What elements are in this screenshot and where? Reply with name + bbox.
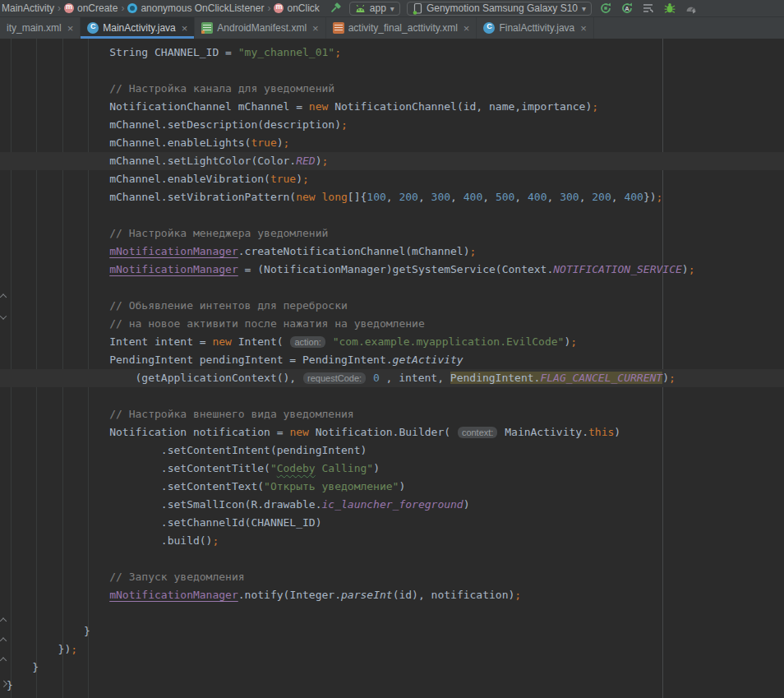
code-token: 200 — [592, 191, 611, 203]
code-token: // Обьявление интентов для переброски — [109, 299, 348, 312]
code-token: , — [579, 191, 593, 203]
tab-label: activity_final_acttivity.xml — [348, 22, 458, 34]
close-icon[interactable] — [180, 23, 188, 34]
close-icon[interactable] — [66, 23, 74, 34]
code-line: }); — [7, 640, 784, 659]
tab-label: MainActivity.java — [103, 22, 175, 34]
layout-xml-icon — [333, 22, 344, 34]
code-token: 0 — [373, 372, 380, 384]
breadcrumb-label: onClick — [287, 2, 319, 14]
breadcrumb-item[interactable]: MainActivity — [2, 2, 54, 14]
code-token: ; — [322, 155, 329, 167]
editor-tab[interactable]: FinalActtivity.java — [477, 17, 593, 39]
editor-tab[interactable]: AndroidManifest.xml — [195, 17, 325, 39]
editor-tab[interactable]: activity_final_acttivity.xml — [326, 17, 477, 39]
module-selector-label: app — [370, 2, 386, 14]
chevron-down-icon — [582, 2, 586, 14]
code-token: new — [212, 335, 231, 348]
close-icon[interactable] — [311, 23, 319, 34]
code-token: ; — [689, 263, 695, 275]
code-token: ; — [302, 173, 309, 185]
code-token: ic_launcher_foreground — [322, 498, 463, 511]
apply-changes-icon[interactable] — [598, 1, 613, 16]
code-token: 400 — [528, 191, 546, 203]
code-line: Notification notification = new Notifica… — [7, 423, 784, 441]
code-token: "my_channel_01" — [238, 46, 334, 58]
code-token: Notification.Builder( — [309, 426, 457, 438]
code-token: NotificationChannel mChannel = — [109, 100, 309, 113]
code-token: ; — [71, 643, 77, 655]
code-line: .build(); — [7, 532, 784, 550]
breadcrumb-item[interactable]: anonymous OnClickListener — [127, 2, 264, 14]
code-token: } — [84, 625, 90, 637]
method-icon — [64, 3, 74, 13]
code-line: Intent intent = new Intent( action: "com… — [7, 333, 784, 351]
code-token: mNotificationManager — [109, 245, 238, 257]
code-line: PendingIntent pendingIntent = PendingInt… — [7, 351, 784, 369]
code-token: ; — [570, 335, 577, 348]
code-line: // Настройка менеджера уведомлений — [7, 224, 784, 243]
code-token: , — [547, 191, 560, 203]
code-line: NotificationChannel mChannel = new Notif… — [7, 98, 784, 116]
code-line: } — [7, 659, 784, 677]
code-line: mChannel.setVibrationPattern(new long[]{… — [7, 188, 784, 206]
code-token: Calling" — [316, 462, 373, 474]
device-selector[interactable]: Genymotion Samsung Galaxy S10 — [407, 2, 592, 16]
code-token: 300 — [560, 191, 579, 203]
code-line: mChannel.enableVibration(true); — [7, 170, 784, 188]
code-line: (getApplicationContext(), requestCode: 0… — [0, 369, 784, 387]
code-token: long — [322, 191, 348, 203]
code-token: mNotificationManager — [109, 589, 238, 601]
svg-text:A: A — [625, 5, 630, 12]
editor-tab[interactable]: ity_main.xml — [0, 17, 81, 39]
code-line — [7, 550, 784, 568]
code-line: .setChannelId(CHANNEL_ID) — [7, 514, 784, 532]
code-token: ) — [399, 480, 405, 492]
code-line: // Настройка внешнего вида уведомления — [7, 405, 784, 423]
code-token: new — [309, 100, 328, 113]
code-token: , — [386, 191, 399, 203]
code-token: .setSmallIcon(R.drawable. — [161, 498, 322, 511]
code-line: .setContentText("Открыть уведомление") — [7, 478, 784, 496]
breadcrumb: MainActivityonCreateanonymous OnClickLis… — [2, 2, 320, 14]
code-token — [367, 372, 373, 384]
code-line: // Обьявление интентов для переброски — [7, 297, 784, 315]
breadcrumb-item[interactable]: onClick — [274, 2, 319, 14]
code-line: mNotificationManager = (NotificationMana… — [7, 261, 784, 279]
close-icon[interactable] — [579, 23, 587, 34]
build-hammer-icon[interactable] — [328, 1, 343, 16]
code-token: , — [514, 191, 528, 203]
code-token: parseInt — [341, 589, 393, 601]
code-token: mNotificationManager — [109, 263, 238, 275]
breadcrumb-item[interactable]: onCreate — [64, 2, 118, 14]
code-token: Codeby — [277, 462, 316, 474]
profiler-icon[interactable] — [684, 1, 699, 16]
close-icon[interactable] — [462, 23, 470, 34]
code-token: , intent, — [380, 372, 450, 384]
code-token: NOTIFICATION_SERVICE — [553, 263, 682, 275]
debug-bug-icon[interactable] — [662, 1, 677, 16]
method-icon — [274, 3, 284, 13]
breadcrumb-label: anonymous OnClickListener — [141, 2, 264, 14]
device-selector-label: Genymotion Samsung Galaxy S10 — [427, 2, 578, 14]
code-token: ; — [592, 100, 598, 113]
editor-tab[interactable]: MainActivity.java — [81, 17, 195, 39]
code-token: getActivity — [393, 354, 463, 366]
code-token: .setContentTitle( — [161, 462, 270, 474]
code-token: mChannel.enableVibration( — [109, 173, 270, 185]
code-editor[interactable]: String CHANNEL_ID = "my_channel_01"; // … — [0, 39, 784, 698]
code-token: ; — [514, 589, 521, 601]
tab-label: AndroidManifest.xml — [217, 22, 307, 34]
run-with-coverage-icon[interactable] — [641, 1, 656, 16]
apply-code-changes-icon[interactable]: A — [620, 1, 634, 16]
code-token: ; — [212, 534, 219, 547]
code-token: ) — [463, 498, 470, 511]
module-selector[interactable]: app — [349, 2, 400, 16]
code-line: .setSmallIcon(R.drawable.ic_launcher_for… — [7, 496, 784, 514]
code-token: ; — [657, 191, 663, 203]
code-line: // Запуск уведомления — [7, 568, 784, 586]
code-token: Intent( — [232, 335, 289, 348]
code-line — [7, 387, 784, 405]
code-line — [7, 206, 784, 224]
code-line: mChannel.setLightColor(Color.RED); — [0, 152, 784, 170]
